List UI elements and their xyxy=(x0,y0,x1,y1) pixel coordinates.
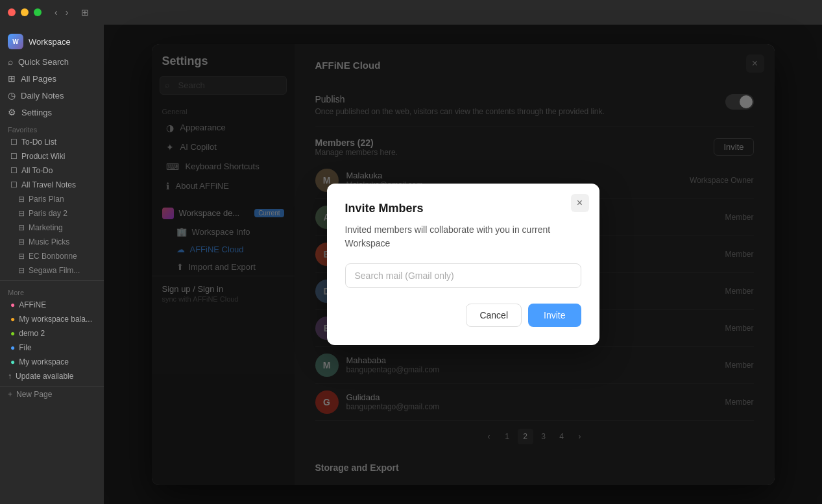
sidebar-divider xyxy=(0,280,104,281)
sidebar-workspace-my-bala[interactable]: ● My workspace bala... xyxy=(0,312,104,326)
page-icon: ⊟ xyxy=(18,252,25,261)
sidebar: W Workspace ⌕ Quick Search ⊞ All Pages ◷… xyxy=(0,25,104,504)
invite-confirm-button[interactable]: Invite xyxy=(528,304,581,327)
page-icon: ⊟ xyxy=(18,237,25,246)
invite-modal: Invite Mmbers × Invited members will col… xyxy=(327,184,599,345)
page-label: To-Do List xyxy=(21,138,56,147)
workspace-label-affine: AFFiNE xyxy=(19,300,46,309)
sidebar-page-ec[interactable]: ⊟ EC Bonbonne xyxy=(0,249,104,263)
workspace-dot-bala: ● xyxy=(10,315,15,324)
workspace-label-my: My workspace xyxy=(19,357,69,366)
sidebar-page-product-wiki[interactable]: ☐ Product Wiki xyxy=(0,149,104,163)
page-label: All Travel Notes xyxy=(21,180,76,189)
sidebar-item-settings[interactable]: ⚙ Settings xyxy=(0,104,104,121)
page-label: Marketing xyxy=(29,223,63,232)
sidebar-workspace-file[interactable]: ● File xyxy=(0,341,104,355)
sidebar-page-all-todo[interactable]: ☐ All To-Do xyxy=(0,163,104,178)
invite-modal-title: Invite Mmbers xyxy=(345,202,581,215)
sidebar-item-quick-search[interactable]: ⌕ Quick Search xyxy=(0,53,104,70)
settings-overlay: Settings ⌕ General ◑ Appearance ✦ AI Cop… xyxy=(104,25,822,504)
invite-close-button[interactable]: × xyxy=(571,194,589,212)
sidebar-workspace-affine[interactable]: ● AFFiNE xyxy=(0,298,104,312)
new-page-label: New Page xyxy=(16,390,52,399)
layout-icon: ⊞ xyxy=(81,7,89,18)
settings-modal: Settings ⌕ General ◑ Appearance ✦ AI Cop… xyxy=(152,44,775,485)
new-page-button[interactable]: + New Page xyxy=(0,386,104,402)
page-label: Music Picks xyxy=(29,237,69,246)
traffic-light-fullscreen[interactable] xyxy=(34,8,42,16)
page-label: EC Bonbonne xyxy=(29,252,77,261)
sidebar-workspace-my[interactable]: ● My workspace xyxy=(0,355,104,369)
search-icon: ⌕ xyxy=(8,56,13,67)
workspace-label-bala: My workspace bala... xyxy=(19,315,92,324)
page-icon: ⊟ xyxy=(18,195,25,204)
invite-modal-actions: Cancel Invite xyxy=(345,304,581,327)
nav-back[interactable]: ‹ xyxy=(52,6,60,19)
invite-search-input[interactable] xyxy=(345,263,581,288)
sidebar-page-todo[interactable]: ☐ To-Do List xyxy=(0,135,104,149)
sidebar-page-marketing[interactable]: ⊟ Marketing xyxy=(0,221,104,235)
sidebar-workspace[interactable]: W Workspace xyxy=(0,30,104,53)
sidebar-label-daily-notes: Daily Notes xyxy=(21,91,64,101)
page-icon: ⊟ xyxy=(18,209,25,218)
workspace-label-demo2: demo 2 xyxy=(19,329,45,338)
sidebar-item-all-pages[interactable]: ⊞ All Pages xyxy=(0,70,104,87)
sidebar-page-music[interactable]: ⊟ Music Picks xyxy=(0,235,104,249)
titlebar: ‹ › ⊞ xyxy=(0,0,822,25)
workspace-label-file: File xyxy=(19,343,31,352)
clock-icon: ◷ xyxy=(8,90,16,101)
traffic-light-minimize[interactable] xyxy=(21,8,29,16)
workspace-dot-demo2: ● xyxy=(10,329,15,338)
sidebar-workspace-demo2[interactable]: ● demo 2 xyxy=(0,326,104,341)
sidebar-section-favorites: Favorites xyxy=(0,121,104,135)
page-label: Paris Plan xyxy=(29,195,64,204)
sidebar-page-all-travel[interactable]: ☐ All Travel Notes xyxy=(0,178,104,192)
sidebar-label-quick-search: Quick Search xyxy=(18,57,69,67)
nav-forward[interactable]: › xyxy=(63,6,71,19)
sidebar-label-all-pages: All Pages xyxy=(21,74,56,84)
page-label: Segawa Film... xyxy=(29,266,80,275)
sidebar-section-workspaces: More xyxy=(0,283,104,298)
update-icon: ↑ xyxy=(8,372,12,381)
page-label: Paris day 2 xyxy=(29,209,67,218)
main-content: Settings ⌕ General ◑ Appearance ✦ AI Cop… xyxy=(104,25,822,504)
traffic-light-close[interactable] xyxy=(8,8,16,16)
new-page-icon: + xyxy=(8,390,12,399)
workspace-dot-file: ● xyxy=(10,343,15,352)
invite-overlay: Invite Mmbers × Invited members will col… xyxy=(152,44,775,485)
invite-cancel-button[interactable]: Cancel xyxy=(466,304,522,327)
invite-modal-description: Invited members will collaborate with yo… xyxy=(345,223,581,250)
update-available[interactable]: ↑ Update available xyxy=(0,369,104,383)
workspace-avatar: W xyxy=(8,34,23,49)
page-icon: ☐ xyxy=(10,138,18,147)
sidebar-page-paris-plan[interactable]: ⊟ Paris Plan xyxy=(0,192,104,206)
page-label: All To-Do xyxy=(21,166,53,175)
page-icon: ⊟ xyxy=(18,266,25,275)
workspace-dot-my: ● xyxy=(10,357,15,366)
nav-arrows: ‹ › xyxy=(52,6,71,19)
sidebar-label-settings: Settings xyxy=(21,108,52,117)
page-icon: ⊟ xyxy=(18,223,25,232)
update-label: Update available xyxy=(16,372,73,381)
page-icon: ☐ xyxy=(10,180,18,189)
sidebar-item-daily-notes[interactable]: ◷ Daily Notes xyxy=(0,87,104,104)
page-icon: ☐ xyxy=(10,166,18,175)
workspace-name: Workspace xyxy=(29,37,71,47)
page-label: Product Wiki xyxy=(21,152,65,161)
grid-icon: ⊞ xyxy=(8,73,16,84)
page-icon: ☐ xyxy=(10,152,18,161)
sidebar-page-segawa[interactable]: ⊟ Segawa Film... xyxy=(0,263,104,278)
gear-icon: ⚙ xyxy=(8,107,16,117)
sidebar-page-paris-day2[interactable]: ⊟ Paris day 2 xyxy=(0,206,104,221)
workspace-dot-affine: ● xyxy=(10,300,15,309)
app-layout: W Workspace ⌕ Quick Search ⊞ All Pages ◷… xyxy=(0,25,822,504)
